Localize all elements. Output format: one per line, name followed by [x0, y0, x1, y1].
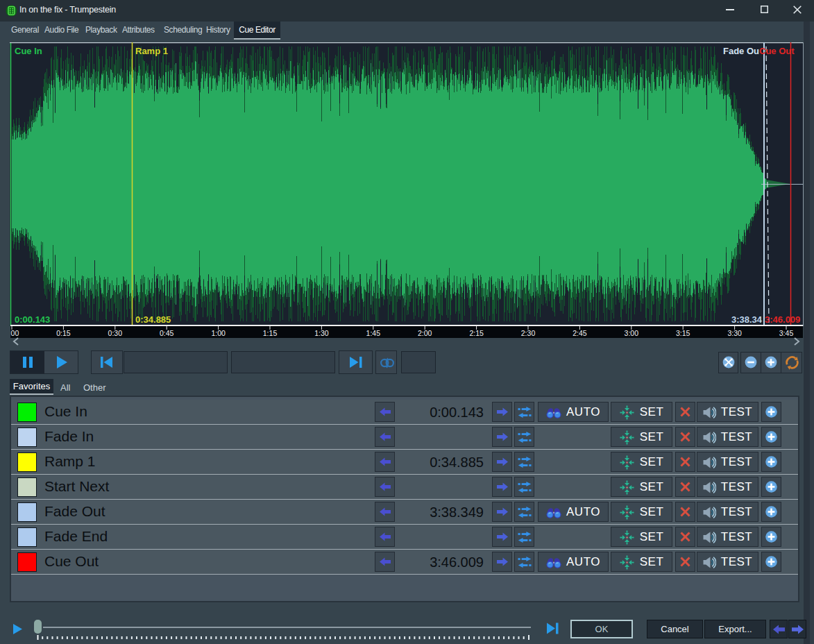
- svg-text:1:30: 1:30: [314, 329, 329, 337]
- svg-text:0:45: 0:45: [160, 329, 174, 337]
- svg-text:1:00: 1:00: [211, 329, 226, 337]
- svg-text:0:15: 0:15: [56, 329, 71, 337]
- svg-text:3:45: 3:45: [779, 329, 794, 337]
- svg-text:2:00: 2:00: [418, 329, 432, 337]
- svg-text:1:15: 1:15: [263, 329, 278, 337]
- svg-text:Cue In: Cue In: [15, 46, 42, 56]
- svg-text:0:30: 0:30: [108, 329, 123, 337]
- svg-text:0:00.143: 0:00.143: [15, 314, 50, 325]
- svg-text:3:15: 3:15: [676, 329, 690, 337]
- svg-text:2:45: 2:45: [573, 329, 587, 337]
- svg-text:2:30: 2:30: [521, 329, 536, 337]
- svg-text:Ramp 1: Ramp 1: [135, 46, 168, 56]
- svg-text:3:30: 3:30: [727, 329, 742, 337]
- svg-text:2:15: 2:15: [469, 329, 484, 337]
- svg-text:1:45: 1:45: [366, 329, 381, 337]
- svg-text:Cue Out: Cue Out: [759, 46, 795, 56]
- svg-text:0:34.885: 0:34.885: [135, 314, 171, 325]
- svg-text:3:38.34: 3:38.34: [731, 314, 763, 325]
- svg-text:3:46.009: 3:46.009: [765, 314, 800, 325]
- svg-text:Fade Ou: Fade Ou: [723, 46, 759, 56]
- svg-text:3:00: 3:00: [625, 329, 639, 337]
